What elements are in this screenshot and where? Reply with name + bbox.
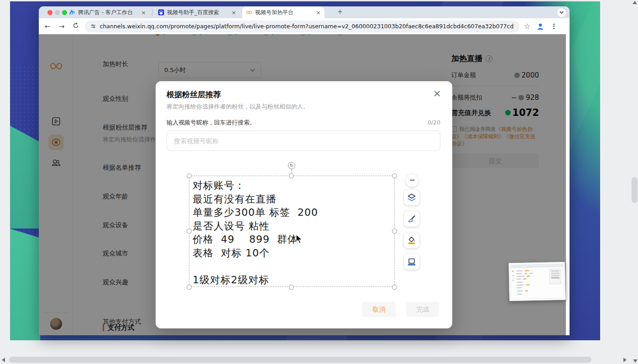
- minimize-window-button[interactable]: [55, 10, 60, 15]
- tab-title: 腾讯广告 - 客户工作台: [78, 9, 138, 16]
- horizontal-scrollbar-thumb[interactable]: [9, 357, 591, 363]
- resize-handle-se[interactable]: [392, 285, 397, 290]
- thumb-row: [527, 276, 530, 276]
- toolbar-right-icons: ☆ ⋮: [524, 22, 557, 31]
- profile-icon[interactable]: [536, 22, 545, 31]
- selection-counter: 0/20: [428, 119, 440, 126]
- scroll-down-arrow[interactable]: [633, 359, 638, 363]
- address-bar[interactable]: channels.weixin.qq.com/promote/pages/pla…: [85, 21, 519, 32]
- capture-preview-thumbnail[interactable]: [508, 262, 566, 302]
- thumb-row: [524, 270, 529, 271]
- thumb-row: [517, 291, 523, 291]
- brush-tool-button[interactable]: [404, 211, 419, 227]
- thumb-row: [517, 287, 522, 288]
- annotation-line: [193, 260, 393, 273]
- thumb-row: [525, 273, 528, 274]
- rotate-handle[interactable]: ↻: [288, 162, 295, 169]
- annotation-toolbar: −: [404, 174, 420, 270]
- thumb-row: [523, 279, 526, 280]
- collapse-toolbar-button[interactable]: −: [406, 174, 418, 187]
- site-settings-icon: [90, 23, 96, 30]
- brush-icon: [407, 214, 416, 224]
- annotation-line: 单量多少300单 标签 200: [193, 206, 393, 219]
- modal-subtitle: 将定向推给你选择作者的粉丝，以及与粉丝相似的人。: [167, 103, 309, 111]
- close-window-button[interactable]: [47, 10, 52, 15]
- thumb-row: [517, 294, 523, 295]
- resize-handle-sw[interactable]: [187, 285, 192, 290]
- resize-handle-e[interactable]: [392, 229, 397, 234]
- thumb-row: [517, 282, 523, 283]
- tab-strip: 腾讯广告 - 客户工作台 × 视频号助手_百度搜索 × 视频号加热平台 ×: [39, 6, 570, 18]
- resize-handle-ne[interactable]: [392, 173, 397, 178]
- channels-favicon: [246, 9, 252, 16]
- thumb-row: [526, 284, 530, 285]
- menu-kebab-icon[interactable]: ⋮: [550, 22, 557, 31]
- thumb-row: [517, 279, 521, 280]
- device-tool-button[interactable]: [404, 254, 419, 270]
- annotation-line: 对标账号：: [193, 179, 393, 192]
- thumb-row: [517, 273, 522, 274]
- fill-tool-button[interactable]: [404, 233, 419, 248]
- thumb-dot: [512, 275, 514, 276]
- scroll-right-arrow[interactable]: [623, 358, 627, 362]
- scroll-left-arrow[interactable]: [2, 358, 5, 362]
- vertical-scrollbar-thumb[interactable]: [632, 177, 638, 203]
- tab-baidu-search[interactable]: 视频号助手_百度搜索 ×: [154, 6, 240, 18]
- resize-handle-n[interactable]: [289, 173, 294, 178]
- url-text: channels.weixin.qq.com/promote/pages/pla…: [100, 23, 514, 30]
- thumbnail-browser-bar: [511, 264, 563, 268]
- thumb-row: [516, 270, 523, 271]
- layers-icon: [407, 193, 416, 202]
- done-button[interactable]: 完成: [406, 302, 439, 317]
- annotation-line: 价格 49 899 群体: [193, 233, 393, 246]
- tab-close-icon[interactable]: ×: [141, 10, 146, 16]
- tab-title: 视频号加热平台: [255, 9, 313, 16]
- chevron-down-icon: [559, 10, 564, 15]
- thumb-dot: [512, 270, 513, 272]
- annotation-line: 最近有没有在直播: [193, 192, 393, 206]
- tab-tencent-ads[interactable]: 腾讯广告 - 客户工作台 ×: [65, 6, 150, 18]
- modal-footer: 取消 完成: [362, 302, 439, 317]
- paint-bucket-icon: [407, 236, 416, 245]
- annotation-text[interactable]: 对标账号：最近有没有在直播单量多少300单 标签 200是否人设号 粘性价格 4…: [193, 179, 393, 286]
- layers-tool-button[interactable]: [404, 190, 419, 205]
- scroll-up-arrow[interactable]: [633, 1, 637, 4]
- screen: 腾讯广告 - 客户工作台 × 视频号助手_百度搜索 × 视频号加热平台 ×: [0, 0, 638, 364]
- reload-button[interactable]: [70, 22, 81, 31]
- thumb-row: [525, 290, 528, 291]
- tab-divider: [152, 10, 152, 16]
- forward-button[interactable]: →: [56, 22, 67, 31]
- page-scrollbar-gutter[interactable]: [566, 34, 570, 335]
- annotation-line: 表格 对标 10个: [193, 246, 393, 260]
- thumb-row: [517, 276, 525, 277]
- baidu-favicon: [158, 9, 164, 16]
- tencent-ads-favicon: [69, 9, 75, 16]
- resize-handle-w[interactable]: [187, 229, 192, 234]
- laptop-icon: [407, 257, 416, 266]
- tab-search-button[interactable]: [557, 8, 566, 17]
- resize-handle-nw[interactable]: [187, 173, 192, 178]
- fans-recommend-modal: 根据粉丝层推荐 × 将定向推给你选择作者的粉丝，以及与粉丝相似的人。 输入视频号…: [156, 81, 452, 328]
- mouse-cursor: [296, 234, 305, 244]
- nickname-search-input[interactable]: [167, 130, 440, 151]
- tab-close-icon[interactable]: ×: [316, 10, 321, 16]
- resize-handle-s[interactable]: [289, 285, 294, 290]
- bookmark-star-icon[interactable]: ☆: [524, 22, 530, 31]
- modal-close-icon[interactable]: ×: [433, 88, 441, 99]
- thumbnail-summary-panel: [549, 269, 561, 285]
- thumb-row: [529, 273, 533, 274]
- back-button[interactable]: ←: [42, 22, 53, 31]
- thumbnail-page: [510, 264, 564, 299]
- tab-title: 视频号助手_百度搜索: [167, 9, 229, 16]
- tab-channels-platform[interactable]: 视频号加热平台 ×: [242, 6, 324, 18]
- browser-toolbar: ← → channels.weixin.qq.com/promote/pages…: [39, 18, 570, 34]
- reload-icon: [73, 22, 79, 29]
- tab-close-icon[interactable]: ×: [231, 10, 236, 16]
- cancel-button[interactable]: 取消: [362, 302, 396, 317]
- modal-title: 根据粉丝层推荐: [167, 89, 221, 100]
- thumb-row: [517, 285, 524, 286]
- annotation-line: 是否人设号 粘性: [193, 219, 393, 233]
- new-tab-button[interactable]: +: [335, 8, 345, 17]
- annotation-line: 1级对标2级对标: [193, 273, 393, 287]
- search-instruction: 输入视频号昵称，回车进行搜索。: [167, 119, 256, 127]
